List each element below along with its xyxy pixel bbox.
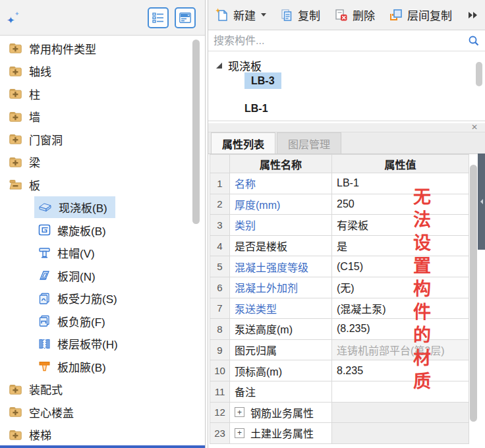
table-header-row: 属性名称 属性值 [210,155,469,173]
sidebar-item-label: 门窗洞 [29,131,63,148]
row-index: 7 [210,298,230,320]
sidebar-item-stairs[interactable]: 楼梯 [0,424,205,447]
sidebar-scrollbar[interactable] [192,40,200,224]
new-button-label: 新建 [233,7,256,23]
delete-button[interactable]: 删除 [333,7,375,23]
sidebar-item-slab[interactable]: 板 [0,173,205,196]
folder-plus-icon [9,66,22,76]
sidebar-item-label: 现浇板(B) [59,199,107,215]
property-value[interactable]: (无) [332,277,469,298]
table-row[interactable]: 10 顶标高(m) 8.235 [210,360,469,381]
sidebar-item-slab-opening[interactable]: 板洞(N) [0,264,205,287]
sidebar-item-slab-main-rebar[interactable]: 板受力筋(S) [0,287,205,310]
folder-plus-icon [9,111,22,122]
card-view-button[interactable] [175,7,196,28]
tree-node-lb1[interactable]: LB-1 [244,103,268,115]
dropdown-arrow-icon [261,13,266,16]
row-index: 2 [210,194,230,215]
layer-copy-button[interactable]: 层间复制 [388,7,452,23]
table-row[interactable]: 23 + 土建业务属性 [210,423,469,444]
table-row[interactable]: 1 名称 LB-1 [210,173,469,194]
tree-root-node[interactable]: 现浇板 [216,57,262,74]
close-icon[interactable]: ✕ [471,123,478,132]
table-row[interactable]: 5 混凝土强度等级 (C15) [210,256,469,277]
panel-collapse-handle[interactable] [478,154,485,250]
property-name: 是否是楼板 [230,236,332,257]
property-value[interactable]: LB-1 [332,173,469,194]
table-row[interactable]: 12 + 钢筋业务属性 [210,403,469,424]
property-value[interactable]: (8.235) [332,319,469,340]
properties-tabs: 属性列表 图层管理 [208,132,485,154]
row-index: 12 [210,403,230,424]
property-name: + 土建业务属性 [230,423,332,444]
table-row[interactable]: 8 泵送高度(m) (8.235) [210,319,469,340]
folder-plus-icon [9,88,22,99]
slab-haunch-icon [38,360,51,372]
floor-slab-band-icon [38,338,51,350]
table-row[interactable]: 2 厚度(mm) 250 [210,194,469,215]
sidebar-item-floor-slab-band[interactable]: 楼层板带(H) [0,333,205,356]
tab-layer-management[interactable]: 图层管理 [277,132,341,154]
sidebar-item-column[interactable]: 柱 [0,82,205,105]
list-view-button[interactable] [148,7,169,28]
property-value[interactable]: 是 [332,236,469,257]
property-value[interactable]: 8.235 [332,360,469,381]
component-tree: 现浇板 LB-3 LB-1 [208,51,485,121]
sidebar-item-spiral-slab[interactable]: 螺旋板(B) [0,219,205,242]
sidebar-item-slab-haunch[interactable]: 板加腋(B) [0,355,205,378]
sidebar-item-hollow-floor[interactable]: 空心楼盖 [0,401,205,424]
property-value[interactable]: 有梁板 [332,215,469,236]
search-icon[interactable] [468,35,480,47]
sidebar-item-column-cap[interactable]: 柱帽(V) [0,242,205,265]
expand-plus-icon[interactable]: + [235,407,244,417]
table-row[interactable]: 3 类别 有梁板 [210,215,469,236]
toolbar-overflow-button[interactable] [469,12,477,18]
property-value[interactable]: (C15) [332,256,469,277]
expand-plus-icon[interactable]: + [235,428,244,438]
property-value[interactable]: 250 [332,194,469,215]
table-row[interactable]: 11 备注 [210,381,469,403]
collapse-arrow-icon [480,199,483,204]
sidebar-item-label: 轴线 [29,63,51,79]
expanded-caret-icon[interactable] [216,63,222,69]
properties-titlebar: ✕ [208,123,485,132]
sidebar-item-cast-in-place-slab[interactable]: 现浇板(B) [0,196,205,219]
property-name: 混凝土外加剂 [230,277,332,298]
tree-scrollbar[interactable] [476,62,482,86]
sidebar-item-beam[interactable]: 梁 [0,151,205,174]
table-row[interactable]: 6 混凝土外加剂 (无) [210,277,469,298]
table-row[interactable]: 4 是否是楼板 是 [210,236,469,257]
tree-node-lb3[interactable]: LB-3 [244,75,281,87]
folder-plus-icon [9,384,22,395]
sidebar-item-common-types[interactable]: 常用构件类型 [0,37,205,60]
search-input[interactable] [208,35,485,47]
column-cap-icon [38,247,51,259]
new-button[interactable]: 新建 [215,7,266,23]
sidebar-item-prefabricated[interactable]: 装配式 [0,378,205,401]
property-name: 名称 [230,173,332,194]
sidebar-item-label: 楼层板带(H) [57,335,118,352]
row-index: 3 [210,215,230,236]
copy-button[interactable]: 复制 [279,7,320,23]
properties-scrollbar-track[interactable] [469,154,478,444]
folder-plus-icon [9,134,22,144]
property-value[interactable] [332,381,469,403]
properties-panel: ✕ 属性列表 图层管理 属性名称 属性值 1 名称 LB-1 [208,123,485,448]
property-name: 图元归属 [230,340,332,361]
folder-plus-icon [9,157,22,167]
tab-property-list[interactable]: 属性列表 [211,132,275,154]
sidebar-item-door-window-opening[interactable]: 门窗洞 [0,128,205,151]
table-row[interactable]: 7 泵送类型 (混凝土泵) [210,298,469,320]
slab-opening-icon [38,269,51,281]
sidebar-item-label: 螺旋板(B) [57,222,106,238]
property-name: 备注 [230,381,332,403]
properties-scrollbar-thumb[interactable] [470,165,477,422]
component-type-list: 常用构件类型 轴线 柱 墙 [0,37,205,446]
sidebar-item-slab-negative-rebar[interactable]: 板负筋(F) [0,310,205,333]
folder-plus-icon [9,406,22,417]
table-row[interactable]: 9 图元归属 连铸机前部平台(第2层) [210,340,469,361]
property-value[interactable]: (混凝土泵) [332,298,469,320]
sidebar-item-axis[interactable]: 轴线 [0,60,205,83]
sparkle-add-icon: ✦✦ [7,11,24,26]
sidebar-item-wall[interactable]: 墙 [0,105,205,128]
